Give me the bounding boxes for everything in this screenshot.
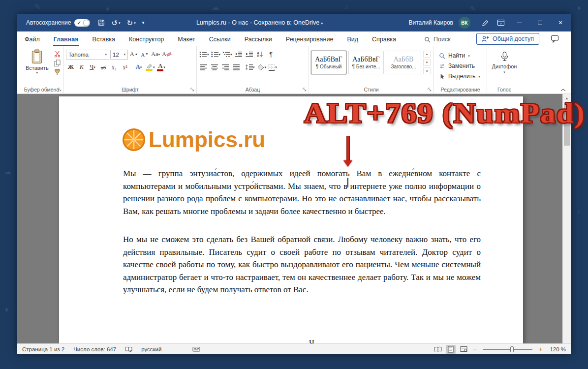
tab-mailings[interactable]: Рассылки (244, 33, 273, 46)
zoom-slider[interactable] (483, 349, 532, 350)
proofing-status-button[interactable] (125, 346, 132, 352)
superscript-button[interactable]: х² (120, 62, 130, 72)
dialog-launcher-button[interactable] (58, 88, 62, 92)
ribbon-display-options-button[interactable] (493, 14, 509, 31)
align-center-button[interactable] (210, 62, 219, 72)
background-doodle: ♪ (577, 207, 581, 215)
draw-pencil-button[interactable] (477, 14, 493, 31)
ribbon: Вставить ▾ Буфе (17, 46, 571, 94)
italic-button[interactable]: К (77, 62, 87, 72)
print-layout-button[interactable] (446, 345, 456, 354)
search-box[interactable]: Поиск (424, 36, 451, 46)
style-normal[interactable]: АаБбВвГ ¶Обычный (311, 51, 346, 74)
font-size-combo[interactable]: 12▾ (110, 50, 128, 60)
word-count[interactable]: Число слов: 647 (73, 346, 116, 352)
font-color-button[interactable]: А ▾ (156, 62, 166, 72)
customize-quick-access-button[interactable]: ▾ (142, 21, 145, 25)
tab-view[interactable]: Вид (346, 33, 359, 46)
annotation-text: ALT+769 (NumPad) (182, 98, 586, 128)
multilevel-list-button[interactable]: ▾ (222, 49, 233, 60)
underline-button[interactable]: Ч▾ (88, 62, 97, 72)
document-logo[interactable]: Lumpics.ru (122, 128, 265, 152)
bullets-button[interactable]: ▾ (199, 49, 210, 60)
save-button[interactable] (98, 19, 105, 26)
read-mode-button[interactable] (433, 345, 443, 354)
collapse-ribbon-button[interactable] (560, 89, 566, 92)
sort-arrow-icon (259, 51, 263, 58)
zoom-out-button[interactable]: − (471, 345, 478, 353)
redo-button[interactable]: ↻▾ (127, 19, 136, 27)
find-button[interactable]: Найти▾ (436, 51, 485, 60)
dialog-launcher-button[interactable] (303, 88, 307, 92)
chevron-down-icon: ▾ (158, 53, 160, 56)
subscript-button[interactable]: х₂ (109, 62, 119, 72)
clear-formatting-button[interactable]: А (161, 49, 172, 60)
dictate-button[interactable]: Диктофон ▾ (489, 51, 520, 74)
minimize-button[interactable] (509, 14, 529, 31)
share-button[interactable]: Общий доступ (476, 33, 539, 45)
change-case-button[interactable]: Аа▾ (151, 49, 160, 60)
justify-button[interactable] (231, 62, 241, 72)
increase-indent-button[interactable] (245, 49, 254, 60)
select-button[interactable]: Выделить▾ (436, 72, 485, 81)
replace-button[interactable]: Заменить (436, 62, 485, 70)
style-no-spacing[interactable]: АаБбВвГ ¶Без инте... (348, 51, 384, 74)
zoom-in-button[interactable]: + (537, 345, 544, 353)
font-family-combo[interactable]: Tahoma▾ (66, 50, 109, 60)
page-indicator[interactable]: Страница 1 из 2 (22, 346, 64, 352)
toggle-switch[interactable]: ✓ (74, 19, 90, 27)
style-heading[interactable]: АаБбВ Заголово... (386, 51, 421, 74)
align-left-button[interactable] (199, 62, 209, 72)
grow-font-button[interactable]: А▲ (129, 49, 139, 60)
document-page[interactable]: Lumpics.ru Мы — группа энтузиа́стов, оде… (59, 96, 523, 343)
tab-insert[interactable]: Вставка (92, 33, 116, 46)
line-spacing-button[interactable]: ▾ (245, 62, 255, 72)
tab-file[interactable]: Файл (24, 33, 40, 46)
format-painter-button[interactable] (54, 69, 61, 76)
shading-button[interactable]: ▾ (256, 62, 267, 72)
comments-button[interactable] (551, 35, 559, 43)
styles-scroll-down-button[interactable]: ▾ (423, 59, 431, 66)
background-doodle: ♪ (344, 2, 348, 11)
align-right-button[interactable] (220, 62, 230, 72)
paste-button[interactable]: Вставить ▾ (26, 49, 49, 76)
undo-button[interactable]: ↺▾ (111, 19, 120, 27)
tab-design[interactable]: Конструктор (128, 33, 164, 46)
tab-home[interactable]: Главная (53, 33, 79, 46)
tab-layout[interactable]: Макет (177, 33, 195, 46)
zoom-level[interactable]: 120 % (547, 346, 566, 352)
show-formatting-marks-button[interactable]: ¶ (266, 49, 276, 60)
restore-button[interactable] (529, 14, 550, 31)
borders-button[interactable]: ▾ (268, 62, 278, 72)
document-paragraph[interactable]: Но мы не сможем это сделать без Вашей об… (123, 233, 481, 296)
bold-button[interactable]: Ж (66, 62, 76, 72)
decrease-indent-button[interactable] (234, 49, 244, 60)
copy-button[interactable] (54, 60, 61, 67)
shrink-font-button[interactable]: А▼ (140, 49, 150, 60)
numbering-button[interactable]: ▾ (211, 49, 221, 60)
strikethrough-button[interactable]: аб (98, 62, 108, 72)
user-name[interactable]: Виталий Каиров (408, 19, 453, 26)
chevron-down-icon[interactable]: ▾ (321, 22, 323, 25)
dialog-launcher-button[interactable] (190, 88, 194, 92)
language-indicator[interactable]: русский (141, 346, 161, 352)
zoom-slider-thumb[interactable] (510, 346, 514, 352)
styles-more-button[interactable]: ≡ (423, 67, 431, 74)
cut-button[interactable] (54, 50, 61, 58)
styles-scroll-up-button[interactable]: ▴ (423, 51, 431, 58)
close-button[interactable]: × (550, 14, 571, 31)
avatar[interactable]: ВК (459, 17, 470, 29)
group-editing: Найти▾ Заменить Выделить▾ Редактирование (434, 46, 487, 93)
tab-review[interactable]: Рецензирование (285, 33, 334, 46)
text-effects-button[interactable]: А▾ (134, 62, 144, 72)
sort-button[interactable]: АЯ (255, 49, 265, 60)
autosave-toggle[interactable]: Автосохранение ✓ (26, 19, 90, 27)
document-paragraph[interactable]: Мы — группа энтузиа́стов, одержимых идее… (123, 167, 481, 217)
web-layout-button[interactable] (459, 345, 468, 354)
highlight-button[interactable]: ▾ (145, 62, 155, 72)
tab-references[interactable]: Ссылки (209, 33, 231, 46)
vertical-scrollbar[interactable]: ▲ (562, 94, 571, 343)
keyboard-indicator-icon[interactable] (192, 346, 200, 352)
tab-help[interactable]: Справка (371, 33, 397, 46)
dialog-launcher-button[interactable] (428, 88, 432, 92)
